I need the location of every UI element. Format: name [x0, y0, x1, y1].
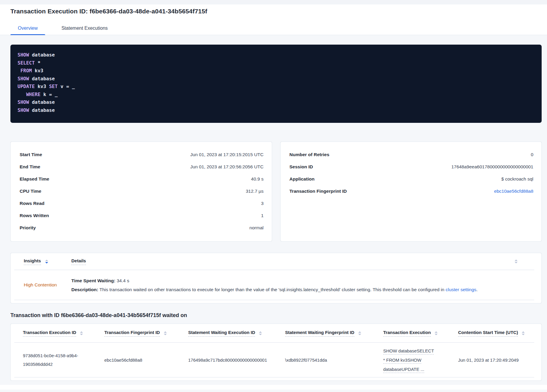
col-transaction-execution-id-label: Transaction Execution ID: [23, 330, 76, 337]
transaction-execution-link[interactable]: SHOW databaseSELECT * FROM kv3SHOW datab…: [383, 346, 434, 374]
rows-written-value: 1: [261, 213, 264, 218]
page-title: Transaction Execution ID: f6be6366-da03-…: [0, 4, 547, 15]
col-transaction-fingerprint-id-sort-icon[interactable]: [164, 331, 167, 335]
time-spent-waiting-value: 34.4 s: [115, 278, 129, 283]
sort-desc-icon: [80, 334, 83, 335]
waited-table-row: 9738d051-bc0e-4158-a9b4-1903586ddd42 ebc…: [11, 343, 541, 377]
sort-desc-icon: [259, 334, 262, 335]
txn-fingerprint-label: Transaction Fingerprint ID: [290, 189, 347, 194]
col-statement-waiting-fingerprint-id-label: Statement Waiting Fingerprint ID: [285, 330, 354, 337]
summary-row-elapsed-time: Elapsed Time 40.9 s: [20, 173, 264, 185]
retries-value: 0: [531, 152, 533, 157]
col-transaction-fingerprint-id-label: Transaction Fingerprint ID: [104, 330, 160, 337]
summary-cards-row: Start Time Jun 01, 2023 at 17:20:15:2015…: [10, 142, 542, 242]
waited-table-header: Transaction Execution ID Transaction Fin…: [11, 324, 541, 342]
col-transaction-execution-id[interactable]: Transaction Execution ID: [23, 330, 104, 337]
sort-asc-icon: [164, 331, 167, 333]
waited-on-heading: Transaction with ID f6be6366-da03-48de-a…: [10, 312, 542, 319]
priority-label: Priority: [20, 225, 36, 231]
cell-statement-waiting-fingerprint-id: \xdb8922f077541dda: [285, 357, 383, 363]
description-line: Description: This transaction waited on …: [71, 286, 528, 293]
end-time-value: Jun 01, 2023 at 17:20:56:2056 UTC: [190, 164, 263, 170]
tab-statement-executions[interactable]: Statement Executions: [54, 26, 115, 35]
page-header: Transaction Execution ID: f6be6366-da03-…: [0, 4, 547, 35]
sort-desc-icon: [435, 334, 438, 335]
description-period: .: [476, 287, 477, 292]
summary-row-retries: Number of Retries 0: [290, 148, 534, 161]
details-column-header: Details: [71, 258, 528, 265]
sort-asc-icon: [435, 331, 438, 333]
session-id-label: Session ID: [290, 164, 313, 170]
col-transaction-fingerprint-id[interactable]: Transaction Fingerprint ID: [104, 330, 188, 337]
insights-column-label: Insights: [24, 258, 41, 265]
summary-row-application: Application $ cockroach sql: [290, 173, 534, 185]
time-spent-waiting-line: Time Spent Waiting: 34.4 s: [71, 277, 528, 284]
end-time-label: End Time: [20, 164, 40, 170]
summary-card-times: Start Time Jun 01, 2023 at 17:20:15:2015…: [10, 142, 272, 242]
overview-content: SHOW databaseSELECT * FROM kv3SHOW datab…: [0, 45, 547, 390]
col-transaction-execution[interactable]: Transaction Execution: [383, 330, 458, 337]
rows-written-label: Rows Written: [20, 213, 49, 218]
session-id-value: 17648a9eea6017800000000000000001: [451, 164, 533, 170]
cluster-settings-link[interactable]: cluster settings: [446, 287, 476, 292]
cell-transaction-execution-id: 9738d051-bc0e-4158-a9b4-1903586ddd42: [23, 351, 104, 369]
description-text: This transaction waited on other transac…: [98, 287, 446, 292]
sort-asc-icon: [259, 331, 262, 333]
sort-asc-icon: [515, 260, 518, 261]
waited-table-row-divider: [14, 377, 534, 377]
col-transaction-execution-id-sort-icon[interactable]: [80, 331, 83, 335]
col-statement-waiting-execution-id-label: Statement Waiting Execution ID: [188, 330, 255, 337]
col-statement-waiting-fingerprint-id[interactable]: Statement Waiting Fingerprint ID: [285, 330, 383, 337]
summary-row-session-id: Session ID 17648a9eea6017800000000000000…: [290, 161, 534, 173]
elapsed-time-value: 40.9 s: [251, 176, 263, 182]
summary-row-priority: Priority normal: [20, 222, 264, 234]
summary-card-session: Number of Retries 0 Session ID 17648a9ee…: [280, 142, 542, 242]
priority-value: normal: [249, 225, 263, 231]
summary-row-start-time: Start Time Jun 01, 2023 at 17:20:15:2015…: [20, 148, 264, 161]
top-strip: [0, 0, 547, 4]
tab-overview-label: Overview: [18, 26, 38, 31]
cell-transaction-fingerprint-id: ebc10ae56cfd88a8: [104, 357, 188, 363]
transaction-execution-id-value: 9738d051-bc0e-4158-a9b4-1903586ddd42: [23, 351, 81, 369]
cpu-time-label: CPU Time: [20, 189, 41, 194]
sort-desc-icon: [45, 262, 48, 264]
col-contention-start-time[interactable]: Contention Start Time (UTC): [458, 330, 532, 337]
transaction-sql-statements: SHOW databaseSELECT * FROM kv3SHOW datab…: [10, 45, 542, 123]
sort-desc-icon: [164, 334, 167, 335]
sort-asc-icon: [80, 331, 83, 333]
insight-row-high-contention: High Contention Time Spent Waiting: 34.4…: [11, 270, 541, 300]
sort-desc-icon: [515, 262, 518, 264]
insights-right-sort-icon[interactable]: [515, 260, 518, 264]
time-spent-waiting-label: Time Spent Waiting:: [71, 278, 115, 283]
description-label: Description:: [71, 287, 98, 292]
start-time-value: Jun 01, 2023 at 17:20:15:2015 UTC: [190, 152, 263, 157]
insights-card: Insights Details High Contention Time Sp…: [10, 253, 542, 303]
tab-overview[interactable]: Overview: [10, 26, 45, 35]
rows-read-value: 3: [261, 201, 264, 206]
col-transaction-execution-label: Transaction Execution: [383, 330, 431, 337]
summary-row-rows-read: Rows Read 3: [20, 197, 264, 209]
cell-statement-waiting-execution-id: 176498a9c717bdc80000000000000001: [188, 357, 285, 363]
cpu-time-value: 312.7 µs: [246, 189, 264, 194]
sort-desc-icon: [358, 334, 361, 335]
details-column-label: Details: [71, 258, 86, 265]
application-label: Application: [290, 176, 315, 182]
summary-row-txn-fingerprint: Transaction Fingerprint ID ebc10ae56cfd8…: [290, 185, 534, 197]
col-statement-waiting-execution-id[interactable]: Statement Waiting Execution ID: [188, 330, 285, 337]
col-contention-start-time-sort-icon[interactable]: [522, 331, 525, 335]
insights-sort-icon[interactable]: [45, 260, 48, 264]
col-contention-start-time-label: Contention Start Time (UTC): [458, 330, 518, 337]
txn-fingerprint-link[interactable]: ebc10ae56cfd88a8: [494, 189, 533, 194]
insights-table-header: Insights Details: [11, 253, 541, 270]
sort-desc-icon: [522, 334, 525, 335]
start-time-label: Start Time: [20, 152, 42, 157]
col-statement-waiting-fingerprint-id-sort-icon[interactable]: [358, 331, 361, 335]
col-transaction-execution-sort-icon[interactable]: [435, 331, 438, 335]
col-statement-waiting-execution-id-sort-icon[interactable]: [259, 331, 262, 335]
insights-row-divider: [14, 300, 534, 300]
insights-column-header[interactable]: Insights: [24, 258, 71, 265]
sort-asc-icon: [45, 260, 48, 261]
bottom-bar: [0, 385, 547, 390]
summary-row-rows-written: Rows Written 1: [20, 209, 264, 222]
summary-row-cpu-time: CPU Time 312.7 µs: [20, 185, 264, 197]
